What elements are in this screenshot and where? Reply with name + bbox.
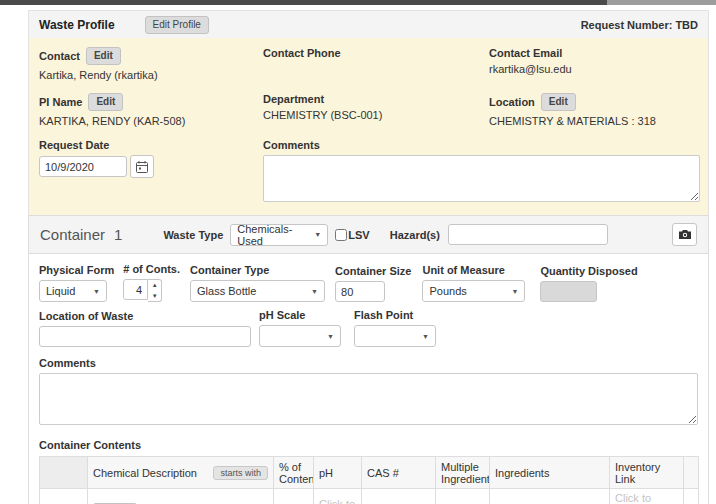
chrome-bar-light-segment	[607, 0, 716, 5]
percent-content-cell[interactable]: 100.00	[274, 489, 314, 504]
page: Waste Profile Edit Profile Request Numbe…	[0, 0, 716, 504]
inventory-link-cell[interactable]: Click to enter Inventory Link #	[610, 489, 684, 504]
container-title: Container	[40, 226, 105, 243]
container-body: Physical Form Liquid ▼ # of Conts. ▲ ▼	[29, 254, 708, 504]
location-value: CHEMISTRY & MATERIALS : 318	[489, 115, 698, 128]
chevron-down-icon: ▼	[512, 288, 519, 295]
camera-icon	[678, 229, 692, 240]
starts-with-button[interactable]: starts with	[213, 466, 268, 480]
flash-point-label: Flash Point	[354, 309, 436, 321]
waste-type-select[interactable]: Chemicals-Used ▼	[230, 224, 328, 246]
cas-cell[interactable]: Click to enter CAS #	[362, 489, 436, 504]
page-title: Waste Profile	[39, 18, 115, 32]
container-contents-title: Container Contents	[39, 439, 698, 451]
multiple-ingredients-cell[interactable]: No	[436, 489, 490, 504]
location-of-waste-input[interactable]	[39, 326, 251, 347]
request-date-input[interactable]	[39, 156, 127, 177]
ph-scale-select[interactable]: ▼	[259, 325, 341, 347]
unit-of-measure-label: Unit of Measure	[422, 264, 525, 276]
chemical-description-cell[interactable]: SearchWASTE HALOGENATED SOLVENTS - KARTI…	[88, 489, 274, 504]
browser-chrome-bar	[0, 0, 716, 5]
num-conts-input[interactable]	[123, 279, 148, 300]
unit-of-measure-select[interactable]: Pounds ▼	[422, 280, 525, 302]
waste-type-value: Chemicals-Used	[237, 223, 308, 247]
ph-scale-label: pH Scale	[259, 309, 341, 321]
stepper-down-icon[interactable]: ▼	[148, 291, 161, 302]
num-conts-label: # of Conts.	[123, 263, 180, 275]
pi-name-label: PI Name	[39, 96, 82, 108]
contact-value: Kartika, Rendy (rkartika)	[39, 69, 263, 82]
profile-comments-textarea[interactable]	[263, 155, 700, 202]
scrollbar-column-header	[684, 457, 699, 489]
chevron-down-icon: ▼	[311, 288, 318, 295]
num-conts-stepper[interactable]: ▲ ▼	[148, 279, 162, 302]
percent-content-header: % of Content	[274, 457, 314, 489]
container-comments-textarea[interactable]	[39, 373, 698, 425]
edit-contact-button[interactable]: Edit	[86, 47, 121, 65]
physical-form-label: Physical Form	[39, 264, 114, 276]
ingredients-cell[interactable]	[490, 489, 610, 504]
edit-pi-name-button[interactable]: Edit	[88, 93, 123, 111]
location-of-waste-label: Location of Waste	[39, 310, 251, 322]
container-type-select[interactable]: Glass Bottle ▼	[190, 280, 325, 302]
waste-profile-body: Contact Edit Kartika, Rendy (rkartika) C…	[29, 38, 708, 216]
chevron-down-icon: ▼	[327, 333, 334, 340]
contents-header-row: Chemical Description starts with % of Co…	[40, 457, 699, 489]
table-row: ☞ SearchWASTE HALOGENATED SOLVENTS - KAR…	[40, 489, 699, 504]
container-comments-label: Comments	[39, 357, 698, 369]
container-panel: Container 1 Waste Type Chemicals-Used ▼ …	[28, 215, 709, 504]
chevron-down-icon: ▼	[314, 231, 321, 238]
ph-cell[interactable]: Click to enter pH	[314, 489, 362, 504]
row-selector-column-header	[40, 457, 88, 489]
hazards-label: Hazard(s)	[390, 229, 440, 241]
container-type-label: Container Type	[190, 264, 325, 276]
container-number: 1	[114, 226, 122, 243]
container-size-label: Container Size	[335, 265, 411, 277]
request-date-label: Request Date	[39, 139, 109, 151]
chemical-description-header-label: Chemical Description	[93, 467, 197, 479]
contact-email-label: Contact Email	[489, 47, 562, 59]
contact-phone-label: Contact Phone	[263, 47, 341, 59]
edit-profile-button[interactable]: Edit Profile	[145, 16, 209, 34]
chevron-down-icon: ▼	[422, 333, 429, 340]
location-label: Location	[489, 96, 535, 108]
stepper-up-icon[interactable]: ▲	[148, 280, 161, 291]
quantity-disposed-label: Quantity Disposed	[540, 265, 637, 277]
waste-profile-panel: Waste Profile Edit Profile Request Numbe…	[28, 10, 709, 217]
waste-type-label: Waste Type	[163, 229, 223, 241]
quantity-disposed-input	[540, 281, 597, 302]
department-label: Department	[263, 93, 324, 105]
table-scrollbar[interactable]: ▲	[684, 489, 699, 504]
multiple-ingredients-header: Multiple Ingredients	[436, 457, 490, 489]
unit-of-measure-value: Pounds	[429, 285, 466, 297]
request-number: Request Number: TBD	[581, 19, 698, 31]
hazards-input[interactable]	[448, 224, 608, 245]
cas-header: CAS #	[362, 457, 436, 489]
container-type-value: Glass Bottle	[197, 285, 256, 297]
physical-form-value: Liquid	[46, 285, 75, 297]
chevron-down-icon: ▼	[93, 288, 100, 295]
contact-phone-value	[263, 63, 489, 76]
chemical-description-header: Chemical Description starts with	[88, 457, 274, 489]
calendar-icon	[135, 160, 149, 174]
lsv-label: LSV	[348, 229, 369, 241]
lsv-checkbox[interactable]	[335, 229, 347, 241]
waste-profile-header: Waste Profile Edit Profile Request Numbe…	[29, 11, 708, 38]
ph-header: pH	[314, 457, 362, 489]
edit-location-button[interactable]: Edit	[541, 93, 576, 111]
pi-name-value: KARTIKA, RENDY (KAR-508)	[39, 115, 263, 128]
calendar-button[interactable]	[130, 155, 154, 178]
row-selector-cell[interactable]: ☞	[40, 489, 88, 504]
flash-point-select[interactable]: ▼	[354, 325, 436, 347]
inventory-link-header: Inventory Link	[610, 457, 684, 489]
contact-email-value: rkartika@lsu.edu	[489, 63, 698, 76]
container-header: Container 1 Waste Type Chemicals-Used ▼ …	[29, 216, 708, 254]
container-size-input[interactable]	[335, 281, 385, 302]
contact-label: Contact	[39, 50, 80, 62]
profile-comments-label: Comments	[263, 139, 320, 151]
camera-button[interactable]	[672, 223, 697, 246]
ingredients-header: Ingredients	[490, 457, 610, 489]
container-contents-table: Chemical Description starts with % of Co…	[39, 456, 699, 504]
department-value: CHEMISTRY (BSC-001)	[263, 109, 489, 122]
physical-form-select[interactable]: Liquid ▼	[39, 280, 107, 302]
